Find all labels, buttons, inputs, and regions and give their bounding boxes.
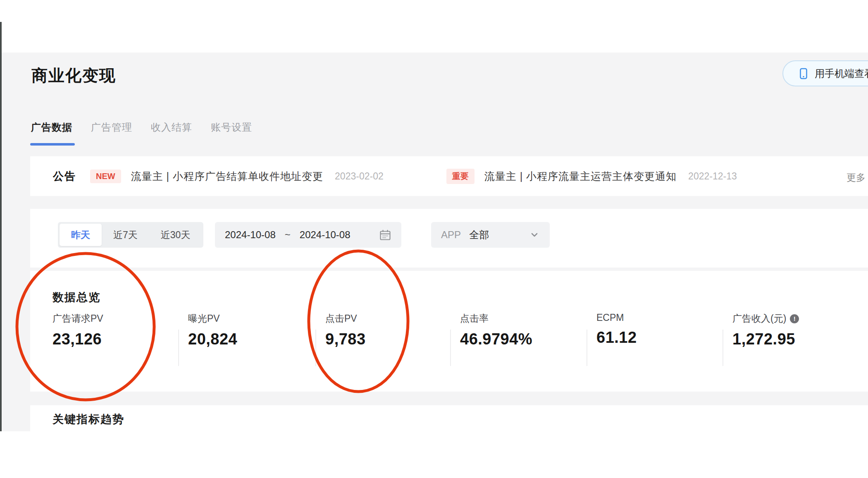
- metric-click-rate: 点击率 46.9794%: [460, 312, 532, 348]
- metric-ad-request-pv: 广告请求PV 23,126: [52, 312, 103, 348]
- range-yesterday[interactable]: 昨天: [60, 224, 102, 246]
- tab-bar: 广告数据 广告管理 收入结算 账号设置: [31, 121, 252, 134]
- metric-label: 点击PV: [325, 312, 366, 325]
- metric-ad-revenue: 广告收入(元) ! 1,272.95: [732, 312, 799, 348]
- announcement-more-link[interactable]: 更多: [847, 171, 866, 184]
- app-select-value: 全部: [469, 228, 489, 241]
- chevron-down-icon: [529, 229, 540, 240]
- metric-value: 1,272.95: [732, 330, 799, 348]
- metric-label: ECPM: [596, 312, 637, 323]
- app-select[interactable]: APP 全部: [431, 222, 550, 248]
- metric-label: 广告收入(元) !: [732, 312, 799, 325]
- page-title: 商业化变现: [31, 65, 116, 87]
- metric-label-text: 广告收入(元): [732, 312, 786, 325]
- announcement-row: 公告 NEW 流量主 | 小程序广告结算单收件地址变更 2023-02-02 重…: [30, 156, 868, 196]
- trends-heading: 关键指标趋势: [52, 412, 124, 427]
- metric-ecpm: ECPM 61.12: [596, 312, 637, 347]
- metric-divider: [587, 330, 587, 366]
- metric-value: 20,824: [188, 330, 237, 348]
- metric-value: 23,126: [52, 330, 103, 348]
- active-tab-indicator: [30, 143, 75, 146]
- announcement-link-2[interactable]: 流量主 | 小程序流量主运营主体变更通知: [484, 170, 677, 183]
- info-icon[interactable]: !: [790, 314, 799, 323]
- metric-label: 曝光PV: [188, 312, 237, 325]
- metric-divider: [723, 330, 723, 366]
- metric-click-pv: 点击PV 9,783: [325, 312, 366, 348]
- tab-account-settings[interactable]: 账号设置: [211, 121, 252, 134]
- range-last-30-days[interactable]: 近30天: [149, 224, 202, 246]
- announcement-badge-important: 重要: [446, 169, 475, 184]
- date-range-separator: ~: [285, 229, 291, 241]
- metric-label: 广告请求PV: [52, 312, 103, 325]
- date-start-value: 2024-10-08: [225, 229, 276, 241]
- overview-heading: 数据总览: [52, 290, 100, 305]
- app-select-label: APP: [441, 229, 461, 241]
- metric-label: 点击率: [460, 312, 532, 325]
- date-range-input[interactable]: 2024-10-08 ~ 2024-10-08: [215, 222, 401, 248]
- announcement-badge-new: NEW: [90, 170, 121, 183]
- date-quick-range-control: 昨天 近7天 近30天: [58, 222, 203, 248]
- metric-impression-pv: 曝光PV 20,824: [188, 312, 237, 348]
- metric-divider: [315, 330, 316, 366]
- metric-value: 61.12: [596, 329, 637, 347]
- phone-icon: [797, 67, 810, 80]
- metric-value: 9,783: [325, 330, 366, 348]
- announcement-bar: 公告 NEW 流量主 | 小程序广告结算单收件地址变更 2023-02-02 重…: [30, 156, 868, 196]
- screen: 商业化变现 用手机端查看数据 广告数据 广告管理 收入结算 账号设置 公告 NE…: [0, 0, 868, 478]
- filter-bar: 昨天 近7天 近30天 2024-10-08 ~ 2024-10-08 APP: [30, 209, 868, 268]
- announcement-heading: 公告: [53, 169, 76, 184]
- data-overview-card: 数据总览 广告请求PV 23,126 曝光PV 20,824 点击PV 9,78…: [30, 271, 868, 392]
- date-end-value: 2024-10-08: [300, 229, 351, 241]
- announcement-date-2: 2022-12-13: [688, 171, 737, 182]
- announcement-date-1: 2023-02-02: [335, 171, 384, 182]
- range-last-7-days[interactable]: 近7天: [102, 224, 149, 246]
- view-on-mobile-button[interactable]: 用手机端查看数据: [782, 60, 868, 86]
- metric-divider: [178, 330, 179, 366]
- calendar-icon: [379, 229, 391, 241]
- view-on-mobile-label: 用手机端查看数据: [815, 67, 868, 80]
- key-trends-card: 关键指标趋势: [30, 405, 868, 478]
- metric-divider: [450, 330, 451, 366]
- tab-ad-data[interactable]: 广告数据: [31, 121, 72, 134]
- tab-revenue-settlement[interactable]: 收入结算: [151, 121, 192, 134]
- tab-ad-management[interactable]: 广告管理: [91, 121, 132, 134]
- metric-value: 46.9794%: [460, 330, 532, 348]
- announcement-link-1[interactable]: 流量主 | 小程序广告结算单收件地址变更: [131, 170, 323, 183]
